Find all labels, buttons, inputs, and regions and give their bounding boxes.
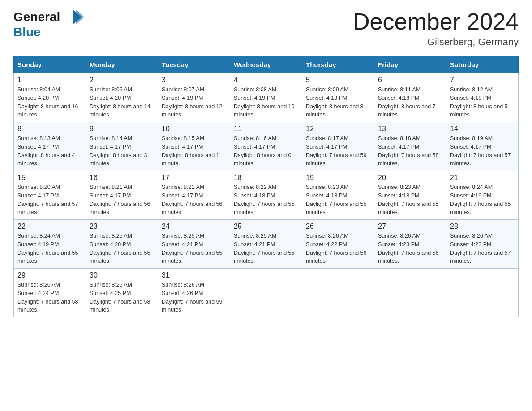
table-row: 14 Sunrise: 8:19 AMSunset: 4:17 PMDaylig… [446,122,519,171]
day-info: Sunrise: 8:21 AMSunset: 4:17 PMDaylight:… [162,184,223,215]
day-number: 6 [378,76,442,84]
table-row: 19 Sunrise: 8:23 AMSunset: 4:18 PMDaylig… [302,171,374,220]
table-row: 7 Sunrise: 8:12 AMSunset: 4:18 PMDayligh… [446,73,519,122]
logo-blue-text: Blue [13,25,41,39]
day-number: 4 [234,76,298,84]
day-info: Sunrise: 8:13 AMSunset: 4:17 PMDaylight:… [17,135,75,167]
table-row: 17 Sunrise: 8:21 AMSunset: 4:17 PMDaylig… [158,171,230,220]
table-row: 10 Sunrise: 8:15 AMSunset: 4:17 PMDaylig… [158,122,230,171]
day-info: Sunrise: 8:25 AMSunset: 4:21 PMDaylight:… [234,233,295,264]
col-thursday: Thursday [302,56,374,73]
day-info: Sunrise: 8:25 AMSunset: 4:20 PMDaylight:… [90,233,150,264]
day-info: Sunrise: 8:26 AMSunset: 4:23 PMDaylight:… [450,233,511,264]
day-number: 13 [378,125,442,133]
day-number: 18 [234,174,298,182]
col-wednesday: Wednesday [230,56,302,73]
day-number: 31 [162,271,226,279]
day-number: 11 [234,125,298,133]
calendar-table: Sunday Monday Tuesday Wednesday Thursday… [13,56,519,317]
day-number: 24 [162,223,226,231]
table-row: 12 Sunrise: 8:17 AMSunset: 4:17 PMDaylig… [302,122,374,171]
table-row: 27 Sunrise: 8:26 AMSunset: 4:23 PMDaylig… [374,220,446,269]
day-info: Sunrise: 8:22 AMSunset: 4:18 PMDaylight:… [234,184,295,215]
day-number: 29 [17,271,82,279]
day-info: Sunrise: 8:07 AMSunset: 4:19 PMDaylight:… [162,86,223,118]
day-info: Sunrise: 8:12 AMSunset: 4:18 PMDaylight:… [450,86,508,118]
day-info: Sunrise: 8:26 AMSunset: 4:24 PMDaylight:… [17,282,78,313]
day-info: Sunrise: 8:08 AMSunset: 4:19 PMDaylight:… [234,86,295,118]
col-saturday: Saturday [446,56,519,73]
table-row: 21 Sunrise: 8:24 AMSunset: 4:19 PMDaylig… [446,171,519,220]
day-number: 22 [17,223,82,231]
day-number: 1 [17,76,82,84]
day-info: Sunrise: 8:16 AMSunset: 4:17 PMDaylight:… [234,135,292,167]
day-info: Sunrise: 8:15 AMSunset: 4:17 PMDaylight:… [162,135,219,167]
svg-marker-1 [76,10,84,24]
table-row: 2 Sunrise: 8:06 AMSunset: 4:20 PMDayligh… [86,73,158,122]
calendar-week-row: 29 Sunrise: 8:26 AMSunset: 4:24 PMDaylig… [14,269,519,317]
table-row: 20 Sunrise: 8:23 AMSunset: 4:18 PMDaylig… [374,171,446,220]
day-info: Sunrise: 8:21 AMSunset: 4:17 PMDaylight:… [90,184,150,215]
day-number: 26 [306,223,370,231]
table-row: 18 Sunrise: 8:22 AMSunset: 4:18 PMDaylig… [230,171,302,220]
day-number: 14 [450,125,515,133]
table-row: 24 Sunrise: 8:25 AMSunset: 4:21 PMDaylig… [158,220,230,269]
calendar-week-row: 1 Sunrise: 8:04 AMSunset: 4:20 PMDayligh… [14,73,519,122]
day-info: Sunrise: 8:23 AMSunset: 4:18 PMDaylight:… [378,184,439,215]
day-number: 28 [450,223,515,231]
logo-flag-icon [60,9,84,25]
table-row: 11 Sunrise: 8:16 AMSunset: 4:17 PMDaylig… [230,122,302,171]
day-number: 21 [450,174,515,182]
table-row: 1 Sunrise: 8:04 AMSunset: 4:20 PMDayligh… [14,73,86,122]
calendar-week-row: 15 Sunrise: 8:20 AMSunset: 4:17 PMDaylig… [14,171,519,220]
day-number: 8 [17,125,82,133]
table-row [446,269,519,317]
day-number: 20 [378,174,442,182]
day-number: 5 [306,76,370,84]
calendar-week-row: 22 Sunrise: 8:24 AMSunset: 4:19 PMDaylig… [14,220,519,269]
table-row [230,269,302,317]
day-info: Sunrise: 8:06 AMSunset: 4:20 PMDaylight:… [90,86,150,118]
page-subtitle: Gilserberg, Germany [353,36,519,48]
day-number: 25 [234,223,298,231]
table-row: 30 Sunrise: 8:26 AMSunset: 4:25 PMDaylig… [86,269,158,317]
page-title: December 2024 [353,9,519,34]
day-info: Sunrise: 8:24 AMSunset: 4:19 PMDaylight:… [17,233,78,264]
table-row: 8 Sunrise: 8:13 AMSunset: 4:17 PMDayligh… [14,122,86,171]
table-row: 5 Sunrise: 8:09 AMSunset: 4:18 PMDayligh… [302,73,374,122]
table-row: 15 Sunrise: 8:20 AMSunset: 4:17 PMDaylig… [14,171,86,220]
day-number: 16 [90,174,154,182]
table-row: 28 Sunrise: 8:26 AMSunset: 4:23 PMDaylig… [446,220,519,269]
calendar-header-row: Sunday Monday Tuesday Wednesday Thursday… [14,56,519,73]
day-info: Sunrise: 8:11 AMSunset: 4:18 PMDaylight:… [378,86,436,118]
table-row [374,269,446,317]
table-row: 29 Sunrise: 8:26 AMSunset: 4:24 PMDaylig… [14,269,86,317]
day-info: Sunrise: 8:26 AMSunset: 4:26 PMDaylight:… [162,282,223,313]
col-monday: Monday [86,56,158,73]
day-info: Sunrise: 8:18 AMSunset: 4:17 PMDaylight:… [378,135,439,167]
day-info: Sunrise: 8:23 AMSunset: 4:18 PMDaylight:… [306,184,367,215]
day-info: Sunrise: 8:19 AMSunset: 4:17 PMDaylight:… [450,135,511,167]
day-number: 7 [450,76,515,84]
day-info: Sunrise: 8:26 AMSunset: 4:23 PMDaylight:… [378,233,439,264]
day-info: Sunrise: 8:14 AMSunset: 4:17 PMDaylight:… [90,135,147,167]
table-row: 23 Sunrise: 8:25 AMSunset: 4:20 PMDaylig… [86,220,158,269]
day-number: 10 [162,125,226,133]
day-number: 17 [162,174,226,182]
table-row: 25 Sunrise: 8:25 AMSunset: 4:21 PMDaylig… [230,220,302,269]
table-row: 26 Sunrise: 8:26 AMSunset: 4:22 PMDaylig… [302,220,374,269]
table-row: 9 Sunrise: 8:14 AMSunset: 4:17 PMDayligh… [86,122,158,171]
day-number: 3 [162,76,226,84]
day-number: 9 [90,125,154,133]
day-info: Sunrise: 8:24 AMSunset: 4:19 PMDaylight:… [450,184,511,215]
col-sunday: Sunday [14,56,86,73]
table-row: 22 Sunrise: 8:24 AMSunset: 4:19 PMDaylig… [14,220,86,269]
day-info: Sunrise: 8:25 AMSunset: 4:21 PMDaylight:… [162,233,223,264]
table-row: 3 Sunrise: 8:07 AMSunset: 4:19 PMDayligh… [158,73,230,122]
day-info: Sunrise: 8:26 AMSunset: 4:25 PMDaylight:… [90,282,150,313]
day-number: 2 [90,76,154,84]
table-row: 13 Sunrise: 8:18 AMSunset: 4:17 PMDaylig… [374,122,446,171]
col-friday: Friday [374,56,446,73]
day-number: 23 [90,223,154,231]
day-info: Sunrise: 8:04 AMSunset: 4:20 PMDaylight:… [17,86,78,118]
